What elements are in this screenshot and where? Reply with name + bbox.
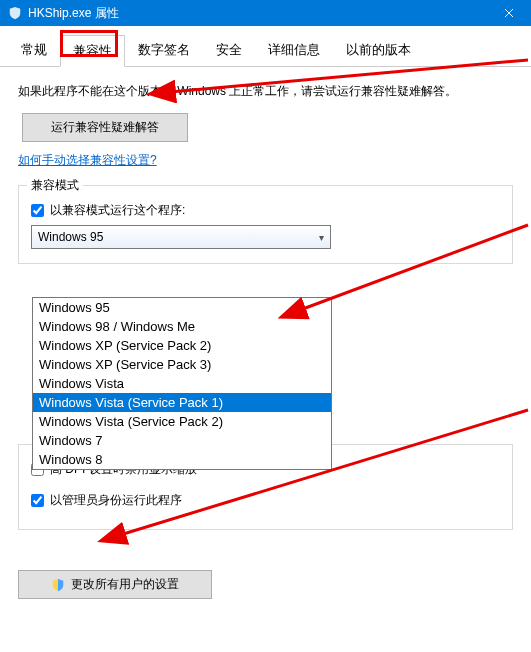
change-all-users-button[interactable]: 更改所有用户的设置 bbox=[18, 570, 212, 599]
titlebar-title: HKShip.exe 属性 bbox=[28, 5, 119, 22]
compat-mode-selected: Windows 95 bbox=[38, 230, 103, 244]
compat-mode-combobox[interactable]: Windows 95 ▾ bbox=[31, 225, 331, 249]
dropdown-option[interactable]: Windows Vista (Service Pack 1) bbox=[33, 393, 331, 412]
compat-mode-checkbox[interactable] bbox=[31, 204, 44, 217]
tab-security[interactable]: 安全 bbox=[203, 34, 255, 66]
tab-compatibility[interactable]: 兼容性 bbox=[60, 35, 125, 67]
compat-mode-legend: 兼容模式 bbox=[27, 177, 83, 194]
compat-description: 如果此程序不能在这个版本的 Windows 上正常工作，请尝试运行兼容性疑难解答… bbox=[18, 81, 513, 101]
compat-mode-checkbox-label: 以兼容模式运行这个程序: bbox=[50, 202, 185, 219]
tab-bar: 常规 兼容性 数字签名 安全 详细信息 以前的版本 bbox=[0, 30, 531, 67]
dropdown-option[interactable]: Windows 8 bbox=[33, 450, 331, 469]
tab-previous-versions[interactable]: 以前的版本 bbox=[333, 34, 424, 66]
tab-general[interactable]: 常规 bbox=[8, 34, 60, 66]
run-admin-checkbox[interactable] bbox=[31, 494, 44, 507]
app-icon bbox=[8, 6, 22, 20]
tab-details[interactable]: 详细信息 bbox=[255, 34, 333, 66]
dropdown-option[interactable]: Windows 95 bbox=[33, 298, 331, 317]
tab-digital-signatures[interactable]: 数字签名 bbox=[125, 34, 203, 66]
shield-icon bbox=[51, 578, 65, 592]
dropdown-option[interactable]: Windows XP (Service Pack 2) bbox=[33, 336, 331, 355]
dropdown-option[interactable]: Windows 7 bbox=[33, 431, 331, 450]
chevron-down-icon: ▾ bbox=[319, 232, 324, 243]
dropdown-option[interactable]: Windows Vista bbox=[33, 374, 331, 393]
compat-mode-checkbox-row[interactable]: 以兼容模式运行这个程序: bbox=[31, 202, 500, 219]
manual-settings-link[interactable]: 如何手动选择兼容性设置? bbox=[18, 152, 157, 169]
compat-mode-fieldset: 兼容模式 以兼容模式运行这个程序: Windows 95 ▾ bbox=[18, 185, 513, 264]
compat-mode-dropdown[interactable]: Windows 95 Windows 98 / Windows Me Windo… bbox=[32, 297, 332, 470]
run-troubleshooter-button[interactable]: 运行兼容性疑难解答 bbox=[22, 113, 188, 142]
change-all-users-label: 更改所有用户的设置 bbox=[71, 576, 179, 593]
run-admin-label: 以管理员身份运行此程序 bbox=[50, 492, 182, 509]
close-button[interactable] bbox=[486, 0, 531, 26]
titlebar: HKShip.exe 属性 bbox=[0, 0, 531, 26]
dropdown-option[interactable]: Windows Vista (Service Pack 2) bbox=[33, 412, 331, 431]
run-admin-checkbox-row[interactable]: 以管理员身份运行此程序 bbox=[31, 492, 500, 509]
dropdown-option[interactable]: Windows 98 / Windows Me bbox=[33, 317, 331, 336]
dropdown-option[interactable]: Windows XP (Service Pack 3) bbox=[33, 355, 331, 374]
